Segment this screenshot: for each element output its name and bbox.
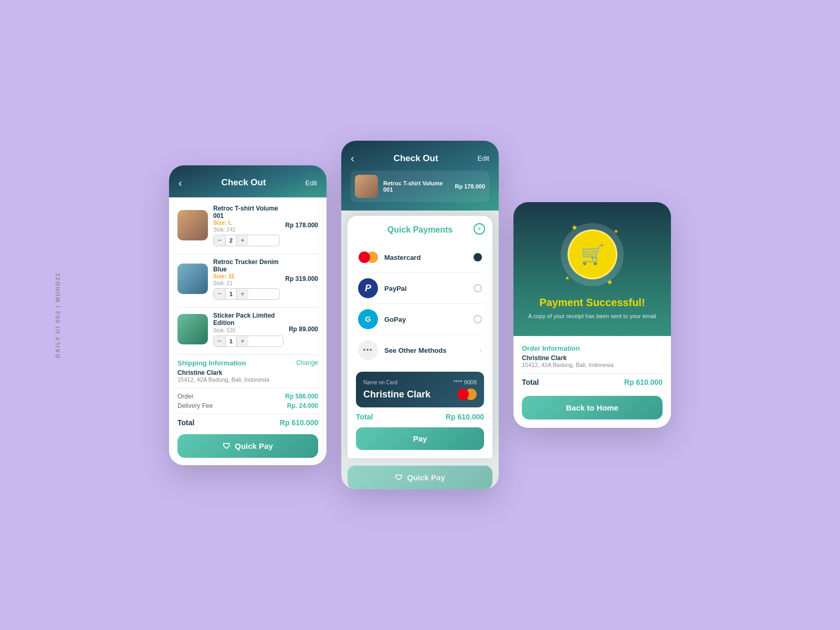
divider-3 <box>177 354 318 355</box>
mastercard-radio[interactable] <box>474 253 482 261</box>
success-total-label: Total <box>522 378 539 386</box>
total-label: Total <box>177 418 194 427</box>
product-row-2: Retroc Trucker Denim Blue Size: 31 Stok:… <box>177 258 318 300</box>
gopay-letter: G <box>365 315 371 323</box>
modal-title: Quick Payments <box>356 225 484 235</box>
order-value: Rp 586.000 <box>285 393 318 400</box>
mastercard-label: Mastercard <box>384 254 467 261</box>
product-details-3: Sticker Pack Limited Edition Stok: 520 −… <box>213 312 284 347</box>
total-value: Rp 610.000 <box>280 418 318 427</box>
delivery-value: Rp. 24.000 <box>287 402 318 410</box>
screen2-product-price: Rp 178.000 <box>455 183 485 190</box>
success-top: 🛒 ★ ★ ★ ★ Payment Successful! A copy of … <box>513 202 671 337</box>
product-row-1: Retroc T-shirt Volume 001 Size: L Stok: … <box>177 205 318 246</box>
order-info-title-row: Order Information <box>522 344 663 352</box>
product-details-1: Retroc T-shirt Volume 001 Size: L Stok: … <box>213 205 280 246</box>
change-button[interactable]: Change <box>296 359 318 366</box>
success-customer-name: Christine Clark <box>522 354 663 362</box>
screen1-title: Check Out <box>222 177 266 188</box>
quick-pay-button[interactable]: 🛡 Quick Pay <box>177 434 318 458</box>
paypal-radio[interactable] <box>474 284 482 292</box>
pay-button[interactable]: Pay <box>356 427 484 450</box>
success-title: Payment Successful! <box>539 297 645 309</box>
success-subtitle: A copy of your receipt has been sent to … <box>528 312 656 321</box>
card-mc-left <box>457 388 469 400</box>
mc-left-circle <box>359 251 370 263</box>
star-icon-3: ★ <box>565 275 570 281</box>
qty-control-2: − 1 + <box>213 288 280 300</box>
payment-method-mastercard[interactable]: Mastercard <box>356 242 484 273</box>
payment-method-paypal[interactable]: P PayPal <box>356 273 484 304</box>
product-details-2: Retroc Trucker Denim Blue Size: 31 Stok:… <box>213 258 280 300</box>
mastercard-icon <box>358 247 378 267</box>
paypal-label: PayPal <box>384 285 467 292</box>
screen2-header: ‹ Check Out Edit Retroc T-shirt Volume 0… <box>341 141 499 211</box>
product-stock-3: Stok: 520 <box>213 328 284 333</box>
shipping-title: Shipping Information <box>177 359 246 367</box>
cart-icon: 🛒 <box>581 244 604 266</box>
order-info-section: Order Information Christine Clark 15412,… <box>513 336 671 428</box>
card-label: Name on Card <box>363 380 397 385</box>
screen-1-checkout: ‹ Check Out Edit Retroc T-shirt Volume 0… <box>169 165 327 465</box>
other-methods-label: See Other Methods <box>384 346 473 354</box>
screen1-body: Retroc T-shirt Volume 001 Size: L Stok: … <box>169 197 327 465</box>
product-price-3: Rp 89.000 <box>289 326 318 333</box>
quick-pay-label: Quick Pay <box>235 442 273 450</box>
success-address: 15412, 42A Badung, Bali, Indonesia <box>522 362 663 368</box>
screen2-header-product: Retroc T-shirt Volume 001 Rp 178.000 <box>351 171 489 202</box>
card-number: **** 9008 <box>453 379 477 385</box>
order-info-title: Order Information <box>522 344 580 352</box>
screens-container: ‹ Check Out Edit Retroc T-shirt Volume 0… <box>169 141 671 489</box>
success-inner-circle: 🛒 <box>568 229 617 279</box>
star-icon-4: ★ <box>606 278 613 286</box>
star-icon-1: ★ <box>571 223 578 232</box>
product-price-2: Rp 319.000 <box>285 275 318 282</box>
qty-decrease-1[interactable]: − <box>214 235 225 246</box>
total-row: Total Rp 610.000 <box>177 418 318 427</box>
product-row-3: Sticker Pack Limited Edition Stok: 520 −… <box>177 312 318 347</box>
screen2-product-thumb <box>355 175 378 198</box>
screen1-back-button[interactable]: ‹ <box>178 177 182 189</box>
divider-5 <box>177 414 318 414</box>
product-size-2: Size: 31 <box>213 273 280 279</box>
product-image-2 <box>177 264 208 294</box>
order-summary-row: Order Rp 586.000 <box>177 393 318 400</box>
screen2-product-thumb-img <box>355 175 378 198</box>
qty-value-2: 1 <box>225 289 237 299</box>
gopay-radio[interactable] <box>474 315 482 323</box>
card-display: Name on Card **** 9008 Christine Clark <box>356 372 484 407</box>
qty-control-1: − 2 + <box>213 235 280 246</box>
qty-decrease-2[interactable]: − <box>214 289 225 299</box>
qty-value-1: 2 <box>225 235 237 246</box>
back-to-home-button[interactable]: Back to Home <box>522 396 663 419</box>
divider-1 <box>177 254 318 254</box>
qty-increase-3[interactable]: + <box>237 336 248 346</box>
paypal-p-letter: P <box>365 283 371 294</box>
three-dots-icon: ••• <box>363 346 373 354</box>
screen2-quick-pay-button: 🛡 Quick Pay <box>348 466 492 489</box>
delivery-row: Delivery Fee Rp. 24.000 <box>177 402 318 410</box>
gopay-label: GoPay <box>384 316 467 323</box>
product-stock-2: Stok: 21 <box>213 280 280 286</box>
screen2-back-button[interactable]: ‹ <box>351 152 354 164</box>
modal-close-button[interactable]: × <box>474 223 485 235</box>
modal-total-value: Rp 610.000 <box>446 413 484 421</box>
payment-method-other[interactable]: ••• See Other Methods › <box>356 335 484 365</box>
product-price-1: Rp 178.000 <box>285 222 318 229</box>
product-stock-1: Stok: 242 <box>213 227 280 233</box>
qty-increase-2[interactable]: + <box>237 289 248 299</box>
shipping-info-row: Shipping Information Change <box>177 359 318 367</box>
screen2-edit-button[interactable]: Edit <box>478 154 489 162</box>
payment-method-gopay[interactable]: G GoPay <box>356 304 484 335</box>
screen1-edit-button[interactable]: Edit <box>306 179 317 187</box>
success-total-row: Total Rp 610.000 <box>522 378 663 386</box>
quick-payments-modal: Quick Payments × Mastercard <box>348 216 492 458</box>
qty-decrease-3[interactable]: − <box>214 336 225 346</box>
qty-increase-1[interactable]: + <box>237 235 248 246</box>
card-name: Christine Clark <box>363 389 430 400</box>
qty-control-3: − 1 + <box>213 335 284 347</box>
product-name-2: Retroc Trucker Denim Blue <box>213 258 280 273</box>
watermark: DAILY UI 002 | MUHD21 <box>55 272 61 358</box>
screen2-title: Check Out <box>394 153 438 164</box>
product-name-3: Sticker Pack Limited Edition <box>213 312 284 327</box>
